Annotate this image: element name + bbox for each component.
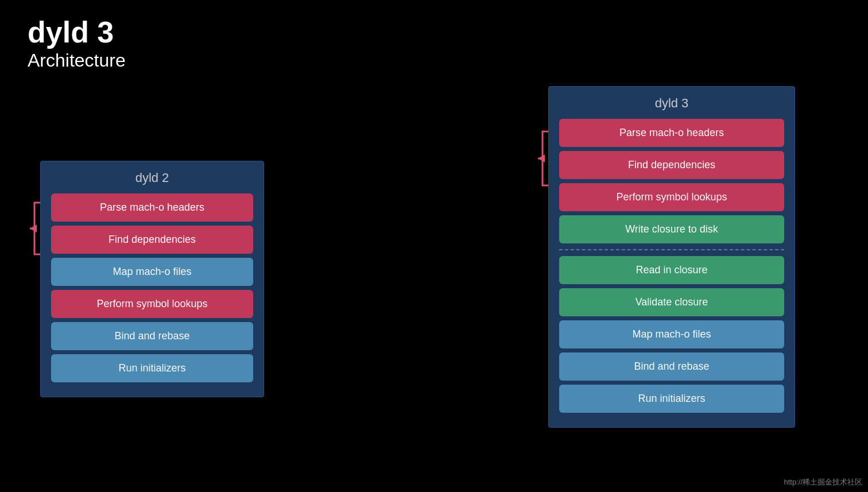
- left-step-4: Bind and rebase: [51, 322, 253, 350]
- section-divider: [559, 249, 784, 250]
- left-step-2: Map mach-o files: [51, 258, 253, 286]
- left-step-0: Parse mach-o headers: [51, 193, 253, 222]
- page-title-main: dyld 3: [28, 16, 126, 49]
- dyld2-title: dyld 2: [51, 161, 253, 193]
- dyld3-title: dyld 3: [559, 87, 784, 119]
- left-step-1: Find dependencies: [51, 226, 253, 254]
- right-step-1: Find dependencies: [559, 151, 784, 179]
- right-step-7: Bind and rebase: [559, 352, 784, 381]
- left-step-5: Run initializers: [51, 354, 253, 382]
- right-step-2: Perform symbol lookups: [559, 183, 784, 211]
- page-title-block: dyld 3 Architecture: [28, 16, 126, 73]
- left-step-3: Perform symbol lookups: [51, 290, 253, 318]
- right-step-3: Write closure to disk: [559, 215, 784, 243]
- right-step-6: Map mach-o files: [559, 320, 784, 348]
- dyld2-diagram: dyld 2 Parse mach-o headers Find depende…: [40, 161, 264, 397]
- watermark: http://稀土掘金技术社区: [784, 477, 862, 487]
- page-title-sub: Architecture: [28, 49, 126, 73]
- right-step-5: Validate closure: [559, 288, 784, 316]
- right-step-8: Run initializers: [559, 385, 784, 413]
- right-step-4: Read in closure: [559, 256, 784, 284]
- dyld3-diagram: dyld 3 Parse mach-o headers Find depende…: [548, 86, 795, 428]
- right-step-0: Parse mach-o headers: [559, 119, 784, 147]
